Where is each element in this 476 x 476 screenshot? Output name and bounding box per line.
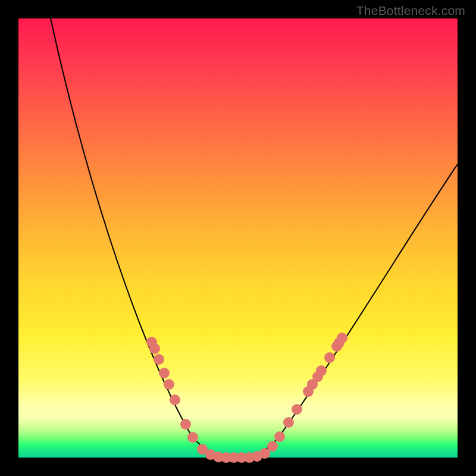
plot-background-gradient	[18, 18, 458, 458]
watermark-text: TheBottleneck.com	[356, 4, 465, 18]
chart-frame: TheBottleneck.com	[0, 0, 476, 476]
